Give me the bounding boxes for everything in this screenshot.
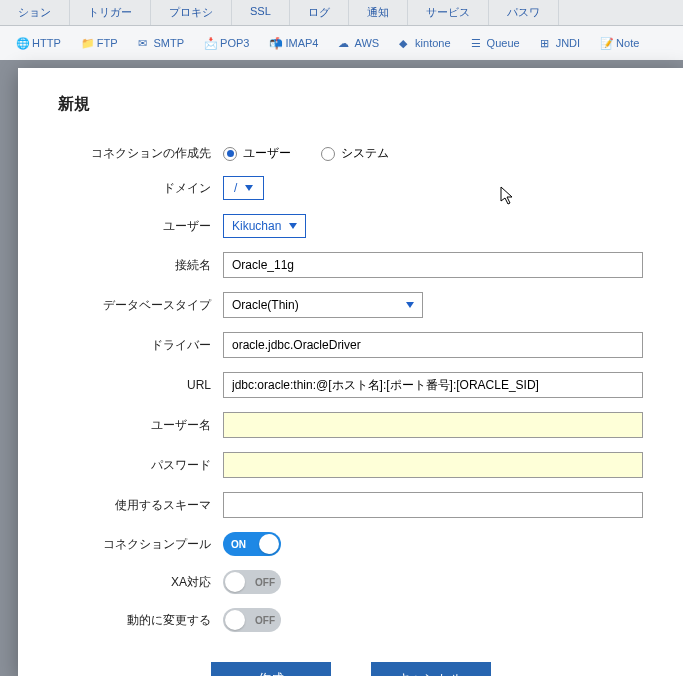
top-tab[interactable]: プロキシ	[151, 0, 232, 25]
chevron-down-icon	[289, 223, 297, 229]
url-input[interactable]	[223, 372, 643, 398]
toggle-knob	[259, 534, 279, 554]
sub-tab-imap4[interactable]: 📬IMAP4	[261, 33, 326, 53]
sub-tab-pop3[interactable]: 📩POP3	[196, 33, 257, 53]
note-icon: 📝	[600, 37, 612, 49]
sub-tab-smtp[interactable]: ✉SMTP	[130, 33, 193, 53]
jndi-icon: ⊞	[540, 37, 552, 49]
label-pool: コネクションプール	[58, 536, 223, 553]
user-select[interactable]: Kikuchan	[223, 214, 306, 238]
db-type-select[interactable]: Oracle(Thin)	[223, 292, 423, 318]
sub-tab-kintone[interactable]: ◆kintone	[391, 33, 458, 53]
queue-icon: ☰	[471, 37, 483, 49]
xa-toggle[interactable]: OFF	[223, 570, 281, 594]
create-button[interactable]: 作成	[211, 662, 331, 676]
label-user: ユーザー	[58, 218, 223, 235]
dynamic-toggle[interactable]: OFF	[223, 608, 281, 632]
cancel-button[interactable]: キャンセル	[371, 662, 491, 676]
top-tab[interactable]: 通知	[349, 0, 408, 25]
top-tab[interactable]: ション	[0, 0, 70, 25]
top-tab[interactable]: トリガー	[70, 0, 151, 25]
label-domain: ドメイン	[58, 180, 223, 197]
toggle-knob	[225, 572, 245, 592]
radio-system-label: システム	[341, 145, 389, 162]
modal-title: 新規	[58, 94, 643, 115]
label-conn-name: 接続名	[58, 257, 223, 274]
chevron-down-icon	[406, 302, 414, 308]
background-tabs: ション トリガー プロキシ SSL ログ 通知 サービス パスワ 🌐HTTP 📁…	[0, 0, 683, 60]
radio-icon	[321, 147, 335, 161]
sub-tab-jndi[interactable]: ⊞JNDI	[532, 33, 588, 53]
http-icon: 🌐	[16, 37, 28, 49]
top-tab[interactable]: SSL	[232, 0, 290, 25]
sub-tab-note[interactable]: 📝Note	[592, 33, 647, 53]
sub-tab-ftp[interactable]: 📁FTP	[73, 33, 126, 53]
connection-pool-toggle[interactable]: ON	[223, 532, 281, 556]
toggle-on-label: ON	[231, 539, 246, 550]
password-input[interactable]	[223, 452, 643, 478]
radio-icon	[223, 147, 237, 161]
connection-name-input[interactable]	[223, 252, 643, 278]
sub-tab-http[interactable]: 🌐HTTP	[8, 33, 69, 53]
radio-user[interactable]: ユーザー	[223, 145, 291, 162]
radio-user-label: ユーザー	[243, 145, 291, 162]
imap-icon: 📬	[269, 37, 281, 49]
label-db-type: データベースタイプ	[58, 297, 223, 314]
toggle-off-label: OFF	[255, 615, 275, 626]
label-url: URL	[58, 378, 223, 392]
username-input[interactable]	[223, 412, 643, 438]
label-destination: コネクションの作成先	[58, 145, 223, 162]
sub-tab-bar: 🌐HTTP 📁FTP ✉SMTP 📩POP3 📬IMAP4 ☁AWS ◆kint…	[0, 26, 683, 60]
new-connection-modal: 新規 コネクションの作成先 ユーザー システム ドメイン / ユーザー Kiku…	[18, 68, 683, 676]
label-dynamic: 動的に変更する	[58, 612, 223, 629]
domain-select[interactable]: /	[223, 176, 264, 200]
smtp-icon: ✉	[138, 37, 150, 49]
top-tab-bar: ション トリガー プロキシ SSL ログ 通知 サービス パスワ	[0, 0, 683, 26]
schema-input[interactable]	[223, 492, 643, 518]
ftp-icon: 📁	[81, 37, 93, 49]
top-tab[interactable]: パスワ	[489, 0, 559, 25]
label-schema: 使用するスキーマ	[58, 497, 223, 514]
sub-tab-aws[interactable]: ☁AWS	[330, 33, 387, 53]
label-xa: XA対応	[58, 574, 223, 591]
label-password: パスワード	[58, 457, 223, 474]
sub-tab-queue[interactable]: ☰Queue	[463, 33, 528, 53]
radio-system[interactable]: システム	[321, 145, 389, 162]
toggle-off-label: OFF	[255, 577, 275, 588]
aws-icon: ☁	[338, 37, 350, 49]
toggle-knob	[225, 610, 245, 630]
driver-input[interactable]	[223, 332, 643, 358]
top-tab[interactable]: サービス	[408, 0, 489, 25]
kintone-icon: ◆	[399, 37, 411, 49]
top-tab[interactable]: ログ	[290, 0, 349, 25]
label-username: ユーザー名	[58, 417, 223, 434]
chevron-down-icon	[245, 185, 253, 191]
label-driver: ドライバー	[58, 337, 223, 354]
pop3-icon: 📩	[204, 37, 216, 49]
